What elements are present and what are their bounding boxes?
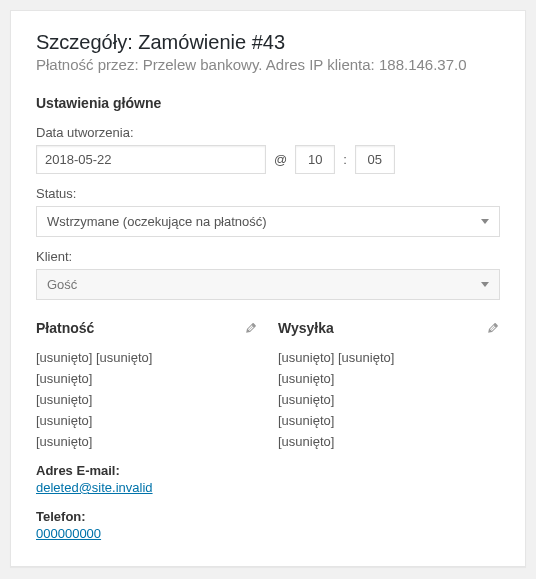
customer-label: Klient:: [36, 249, 500, 264]
customer-select[interactable]: Gość: [36, 269, 500, 300]
customer-value: Gość: [47, 277, 77, 292]
phone-link[interactable]: 000000000: [36, 526, 101, 541]
date-input[interactable]: [36, 145, 266, 174]
settings-heading: Ustawienia główne: [36, 95, 500, 111]
created-date-field: Data utworzenia: @ :: [36, 125, 500, 174]
email-label: Adres E-mail:: [36, 463, 258, 478]
billing-column: Płatność [usunięto] [usunięto] [usunięto…: [36, 320, 258, 541]
pencil-icon[interactable]: [486, 321, 500, 335]
status-label: Status:: [36, 186, 500, 201]
phone-label: Telefon:: [36, 509, 258, 524]
shipping-column: Wysyłka [usunięto] [usunięto] [usunięto]…: [278, 320, 500, 541]
status-select[interactable]: Wstrzymane (oczekujące na płatność): [36, 206, 500, 237]
shipping-line: [usunięto] [usunięto]: [278, 350, 500, 365]
at-symbol: @: [274, 152, 287, 167]
email-link[interactable]: deleted@site.invalid: [36, 480, 153, 495]
hour-input[interactable]: [295, 145, 335, 174]
chevron-down-icon: [481, 219, 489, 224]
shipping-line: [usunięto]: [278, 392, 500, 407]
billing-line: [usunięto]: [36, 413, 258, 428]
shipping-heading: Wysyłka: [278, 320, 334, 336]
billing-line: [usunięto]: [36, 434, 258, 449]
created-date-label: Data utworzenia:: [36, 125, 500, 140]
billing-line: [usunięto]: [36, 371, 258, 386]
status-field: Status: Wstrzymane (oczekujące na płatno…: [36, 186, 500, 237]
time-colon: :: [343, 152, 347, 167]
shipping-line: [usunięto]: [278, 413, 500, 428]
status-value: Wstrzymane (oczekujące na płatność): [47, 214, 267, 229]
address-columns: Płatność [usunięto] [usunięto] [usunięto…: [36, 320, 500, 541]
customer-field: Klient: Gość: [36, 249, 500, 300]
minute-input[interactable]: [355, 145, 395, 174]
billing-line: [usunięto]: [36, 392, 258, 407]
shipping-line: [usunięto]: [278, 371, 500, 386]
created-date-row: @ :: [36, 145, 500, 174]
order-details-card: Szczegóły: Zamówienie #43 Płatność przez…: [10, 10, 526, 567]
shipping-line: [usunięto]: [278, 434, 500, 449]
page-subtitle: Płatność przez: Przelew bankowy. Adres I…: [36, 56, 500, 73]
billing-heading: Płatność: [36, 320, 94, 336]
chevron-down-icon: [481, 282, 489, 287]
pencil-icon[interactable]: [244, 321, 258, 335]
page-title: Szczegóły: Zamówienie #43: [36, 31, 500, 54]
billing-line: [usunięto] [usunięto]: [36, 350, 258, 365]
